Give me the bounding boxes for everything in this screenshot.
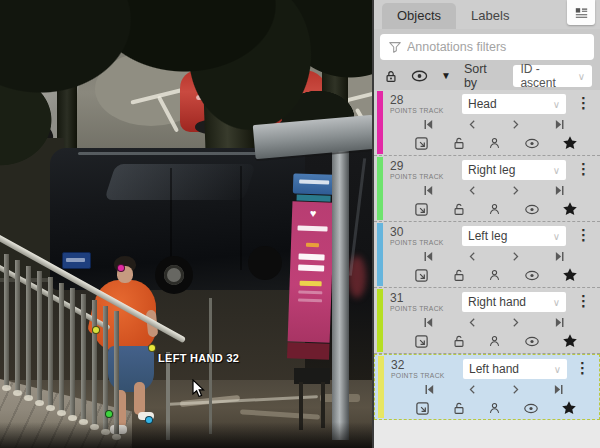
chevron-down-icon: ∨ xyxy=(553,165,560,176)
prev-keyframe-button[interactable] xyxy=(467,383,478,396)
point-left-leg[interactable] xyxy=(145,416,153,424)
annotations-filter-input[interactable] xyxy=(380,34,594,60)
tab-labels[interactable]: Labels xyxy=(456,3,524,29)
visibility-button[interactable] xyxy=(524,137,540,150)
lock-button[interactable] xyxy=(452,334,466,349)
next-keyframe-button[interactable] xyxy=(510,250,521,263)
lock-button[interactable] xyxy=(452,136,466,151)
keyframe-button[interactable] xyxy=(562,201,578,217)
first-keyframe-button[interactable] xyxy=(422,316,435,329)
step-highlight xyxy=(24,395,33,401)
last-keyframe-button[interactable] xyxy=(553,184,566,197)
object-color-bar xyxy=(377,157,383,220)
sort-by-label: Sort by xyxy=(464,62,501,90)
annotation-canvas[interactable]: ♥ LEFT HAND 32 xyxy=(0,0,372,448)
outside-button[interactable] xyxy=(414,136,429,151)
object-row-29[interactable]: 29 POINTS TRACK Right leg ∨ ⋮ xyxy=(374,156,600,222)
outside-button[interactable] xyxy=(414,268,429,283)
tab-objects[interactable]: Objects xyxy=(382,3,456,29)
outside-button[interactable] xyxy=(414,202,429,217)
last-keyframe-button[interactable] xyxy=(553,118,566,131)
object-label: Left leg xyxy=(468,229,507,243)
object-label-dropdown[interactable]: Head ∨ xyxy=(462,94,566,114)
keyframe-star-icon xyxy=(562,333,578,349)
first-keyframe-button[interactable] xyxy=(422,250,435,263)
point-right-leg[interactable] xyxy=(105,410,113,418)
object-label-dropdown[interactable]: Left leg ∨ xyxy=(462,226,566,246)
next-keyframe-icon xyxy=(510,383,521,396)
lock-all-button[interactable] xyxy=(384,69,398,84)
visibility-button[interactable] xyxy=(524,335,540,348)
suv-windshield-reflection xyxy=(104,164,256,200)
prev-keyframe-button[interactable] xyxy=(467,118,478,131)
keyframe-button[interactable] xyxy=(561,400,577,416)
object-row-28[interactable]: 28 POINTS TRACK Head ∨ ⋮ xyxy=(374,90,600,156)
occluded-button[interactable] xyxy=(488,334,501,348)
chevron-down-icon: ∨ xyxy=(553,297,560,308)
hide-all-button[interactable] xyxy=(411,69,428,83)
unlock-icon xyxy=(452,334,466,349)
object-row-31[interactable]: 31 POINTS TRACK Right hand ∨ ⋮ xyxy=(374,288,600,354)
object-row-32[interactable]: 32 POINTS TRACK Left hand ∨ ⋮ xyxy=(374,354,600,420)
object-actions-menu[interactable]: ⋮ xyxy=(573,226,594,243)
sidebar-tabs: Objects Labels xyxy=(374,0,600,29)
keyframe-button[interactable] xyxy=(562,267,578,283)
object-actions-menu[interactable]: ⋮ xyxy=(573,94,594,111)
outside-icon xyxy=(415,401,430,416)
last-keyframe-button[interactable] xyxy=(552,383,565,396)
next-keyframe-button[interactable] xyxy=(510,184,521,197)
keyframe-button[interactable] xyxy=(562,333,578,349)
prev-keyframe-button[interactable] xyxy=(467,184,478,197)
next-keyframe-button[interactable] xyxy=(510,383,521,396)
occluded-person-icon xyxy=(488,334,501,348)
object-label-dropdown[interactable]: Left hand ∨ xyxy=(463,359,567,379)
railing-post xyxy=(209,298,212,434)
object-actions-menu[interactable]: ⋮ xyxy=(573,160,594,177)
last-keyframe-button[interactable] xyxy=(553,316,566,329)
object-actions-menu[interactable]: ⋮ xyxy=(573,292,594,309)
heart-logo: ♥ xyxy=(310,206,317,220)
keyframe-star-icon xyxy=(562,201,578,217)
outside-button[interactable] xyxy=(414,334,429,349)
point-right-hand[interactable] xyxy=(92,326,100,334)
occluded-person-icon xyxy=(488,401,501,415)
first-keyframe-icon xyxy=(422,316,435,329)
object-label-dropdown[interactable]: Right leg ∨ xyxy=(462,160,566,180)
visibility-eye-icon xyxy=(523,402,539,415)
visibility-button[interactable] xyxy=(524,203,540,216)
next-keyframe-button[interactable] xyxy=(510,118,521,131)
object-row-30[interactable]: 30 POINTS TRACK Left leg ∨ ⋮ xyxy=(374,222,600,288)
occluded-button[interactable] xyxy=(488,202,501,216)
outside-button[interactable] xyxy=(415,401,430,416)
occluded-button[interactable] xyxy=(488,136,501,150)
next-keyframe-button[interactable] xyxy=(510,316,521,329)
lock-button[interactable] xyxy=(452,401,466,416)
pedestrian xyxy=(90,252,168,438)
point-head[interactable] xyxy=(117,264,125,272)
point-tooltip: LEFT HAND 32 xyxy=(158,352,239,364)
occluded-button[interactable] xyxy=(488,401,501,415)
first-keyframe-button[interactable] xyxy=(422,118,435,131)
lock-button[interactable] xyxy=(452,202,466,217)
first-keyframe-button[interactable] xyxy=(423,383,436,396)
object-actions-menu[interactable]: ⋮ xyxy=(572,359,593,376)
appearance-settings-button[interactable] xyxy=(567,0,595,25)
prev-keyframe-icon xyxy=(467,250,478,263)
collapse-all-button[interactable]: ▼ xyxy=(441,71,451,81)
first-keyframe-icon xyxy=(423,383,436,396)
point-left-hand[interactable] xyxy=(148,344,156,352)
prev-keyframe-button[interactable] xyxy=(467,250,478,263)
lock-button[interactable] xyxy=(452,268,466,283)
first-keyframe-button[interactable] xyxy=(422,184,435,197)
visibility-button[interactable] xyxy=(524,269,540,282)
railing-baluster xyxy=(70,288,75,417)
occluded-button[interactable] xyxy=(488,268,501,282)
sort-select[interactable]: ID - ascent ∨ xyxy=(513,65,592,87)
keyframe-button[interactable] xyxy=(562,135,578,151)
prev-keyframe-button[interactable] xyxy=(467,316,478,329)
annotation-app: ♥ LEFT HAND 32 xyxy=(0,0,600,448)
last-keyframe-button[interactable] xyxy=(553,250,566,263)
chevron-down-icon: ∨ xyxy=(554,364,561,375)
object-label-dropdown[interactable]: Right hand ∨ xyxy=(462,292,566,312)
visibility-button[interactable] xyxy=(523,402,539,415)
